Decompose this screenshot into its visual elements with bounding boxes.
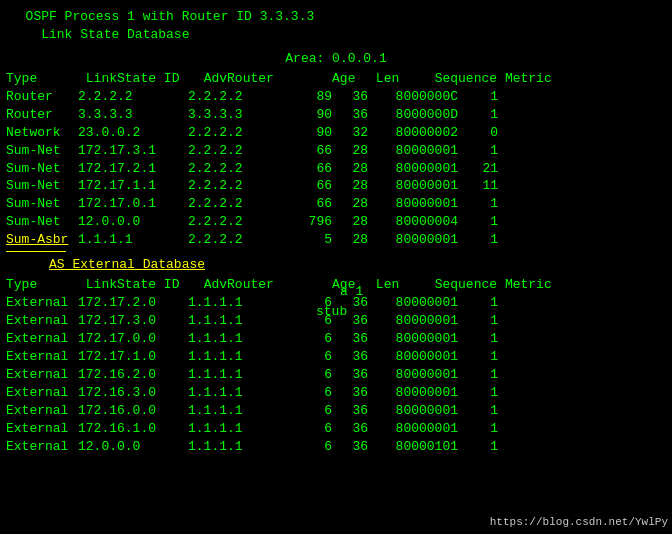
annotation-stub: stub (316, 304, 347, 319)
cell-lsid: 172.16.3.0 (78, 384, 188, 402)
cell-adv: 2.2.2.2 (188, 231, 288, 249)
col-age-header: Age (311, 70, 355, 88)
divider (6, 251, 66, 252)
cell-adv: 1.1.1.1 (188, 402, 288, 420)
header-line2-text: Link State Database (41, 27, 189, 42)
table-row: External172.17.1.01.1.1.1636800000011 (6, 348, 666, 366)
header-line1: OSPF Process 1 with Router ID 3.3.3.3 (10, 8, 666, 26)
cell-seq: 80000002 (368, 124, 458, 142)
cell-age: 796 (288, 213, 332, 231)
cell-lsid: 23.0.0.2 (78, 124, 188, 142)
cell-adv: 1.1.1.1 (188, 366, 288, 384)
table-row: Sum-Net172.17.3.12.2.2.26628800000011 (6, 142, 666, 160)
cell-len: 36 (332, 330, 368, 348)
cell-seq: 80000001 (368, 231, 458, 249)
cell-metric: 21 (458, 160, 498, 178)
col-type-header: Type (6, 70, 78, 88)
cell-seq: 80000001 (368, 366, 458, 384)
ext-col-adv-header: AdvRouter (204, 276, 304, 294)
cell-age: 6 (288, 402, 332, 420)
area-title: Area: 0.0.0.1 (6, 50, 666, 68)
table-row: Sum-Net172.17.1.12.2.2.266288000000111 (6, 177, 666, 195)
cell-type: Sum-Asbr (6, 231, 78, 249)
cell-type: External (6, 438, 78, 456)
cell-lsid: 172.17.1.0 (78, 348, 188, 366)
cell-seq: 80000001 (368, 195, 458, 213)
cell-seq: 80000001 (368, 420, 458, 438)
cell-type: External (6, 312, 78, 330)
cell-metric: 1 (458, 366, 498, 384)
cell-lsid: 1.1.1.1 (78, 231, 188, 249)
table-row: Sum-Asbr1.1.1.12.2.2.2528800000011 (6, 231, 666, 249)
cell-len: 36 (332, 106, 368, 124)
cell-len: 28 (332, 177, 368, 195)
cell-lsid: 2.2.2.2 (78, 88, 188, 106)
ext-col-lsid-header: LinkState ID (86, 276, 196, 294)
cell-adv: 1.1.1.1 (188, 348, 288, 366)
cell-seq: 80000001 (368, 142, 458, 160)
table-row: External12.0.0.01.1.1.1636800001011 (6, 438, 666, 456)
cell-age: 90 (288, 124, 332, 142)
cell-len: 36 (332, 402, 368, 420)
ext-col-seq-header: Sequence (407, 276, 497, 294)
area-table: Type LinkState ID AdvRouter Age Len Sequ… (6, 70, 666, 249)
cell-len: 36 (332, 420, 368, 438)
cell-metric: 1 (458, 384, 498, 402)
cell-type: Sum-Net (6, 160, 78, 178)
table-row: Sum-Net172.17.0.12.2.2.26628800000011 (6, 195, 666, 213)
cell-len: 36 (332, 384, 368, 402)
cell-adv: 1.1.1.1 (188, 384, 288, 402)
cell-metric: 1 (458, 312, 498, 330)
cell-lsid: 12.0.0.0 (78, 213, 188, 231)
cell-adv: 2.2.2.2 (188, 195, 288, 213)
cell-age: 6 (288, 438, 332, 456)
cell-type: External (6, 348, 78, 366)
annotation-a1: a 1 (340, 284, 363, 299)
cell-age: 6 (288, 348, 332, 366)
cell-age: 6 (288, 384, 332, 402)
cell-seq: 80000001 (368, 177, 458, 195)
table-row: External172.16.2.01.1.1.1636800000011 (6, 366, 666, 384)
cell-seq: 80000001 (368, 160, 458, 178)
cell-age: 66 (288, 142, 332, 160)
cell-len: 36 (332, 88, 368, 106)
cell-adv: 1.1.1.1 (188, 438, 288, 456)
cell-metric: 1 (458, 420, 498, 438)
cell-type: External (6, 402, 78, 420)
ext-col-type-header: Type (6, 276, 78, 294)
cell-metric: 1 (458, 142, 498, 160)
cell-lsid: 172.17.2.1 (78, 160, 188, 178)
cell-seq: 80000001 (368, 402, 458, 420)
col-lsid-header: LinkState ID (86, 70, 196, 88)
cell-age: 5 (288, 231, 332, 249)
cell-len: 36 (332, 438, 368, 456)
cell-seq: 80000004 (368, 213, 458, 231)
cell-seq: 80000001 (368, 330, 458, 348)
cell-lsid: 172.17.0.1 (78, 195, 188, 213)
cell-type: External (6, 366, 78, 384)
cell-lsid: 172.17.0.0 (78, 330, 188, 348)
cell-age: 6 (288, 330, 332, 348)
cell-adv: 3.3.3.3 (188, 106, 288, 124)
cell-type: Sum-Net (6, 142, 78, 160)
cell-len: 28 (332, 231, 368, 249)
table-row: External172.17.0.01.1.1.1636800000011 (6, 330, 666, 348)
cell-metric: 11 (458, 177, 498, 195)
cell-lsid: 172.16.0.0 (78, 402, 188, 420)
cell-type: External (6, 330, 78, 348)
cell-age: 6 (288, 366, 332, 384)
cell-lsid: 172.17.3.1 (78, 142, 188, 160)
cell-type: Sum-Net (6, 195, 78, 213)
ext-column-header: Type LinkState ID AdvRouter Age Len Sequ… (6, 276, 666, 294)
cell-adv: 2.2.2.2 (188, 213, 288, 231)
cell-type: Sum-Net (6, 213, 78, 231)
table-row: Router3.3.3.33.3.3.390368000000D1 (6, 106, 666, 124)
ext-col-metric-header: Metric (505, 276, 545, 294)
cell-seq: 8000000C (368, 88, 458, 106)
cell-metric: 1 (458, 438, 498, 456)
cell-lsid: 172.17.3.0 (78, 312, 188, 330)
cell-len: 36 (332, 366, 368, 384)
ext-col-len-header: Len (363, 276, 399, 294)
terminal: OSPF Process 1 with Router ID 3.3.3.3 Li… (0, 0, 672, 534)
cell-seq: 80000001 (368, 348, 458, 366)
